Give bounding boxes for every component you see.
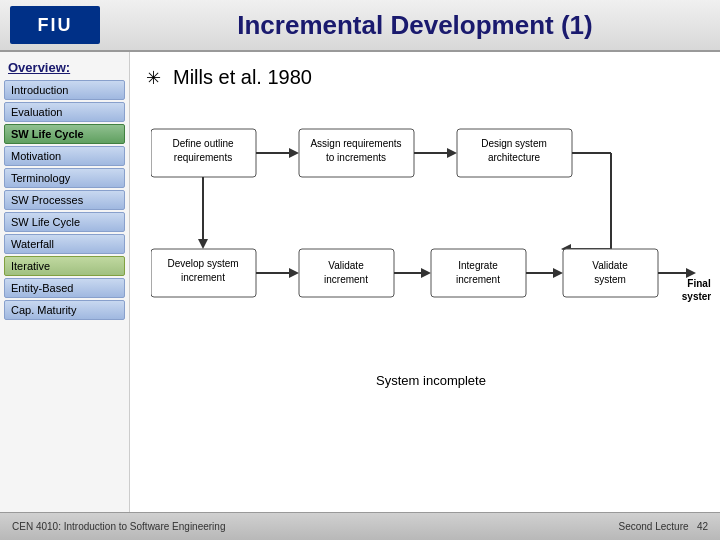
svg-text:increment: increment: [456, 274, 500, 285]
content-area: ✳ Mills et al. 1980 Define outline requi…: [130, 52, 720, 540]
bullet-icon: ✳: [146, 67, 161, 89]
sidebar-item-sw-life-cycle-1[interactable]: SW Life Cycle: [4, 124, 125, 144]
svg-text:requirements: requirements: [174, 152, 232, 163]
sidebar-item-sw-life-cycle-2[interactable]: SW Life Cycle: [4, 212, 125, 232]
svg-text:increment: increment: [324, 274, 368, 285]
svg-text:increment: increment: [181, 272, 225, 283]
arrow-3-head: [289, 268, 299, 278]
sidebar-item-iterative[interactable]: Iterative: [4, 256, 125, 276]
sidebar-item-terminology[interactable]: Terminology: [4, 168, 125, 188]
arrow-1-head: [289, 148, 299, 158]
svg-text:Validate: Validate: [328, 260, 364, 271]
sidebar-item-waterfall[interactable]: Waterfall: [4, 234, 125, 254]
svg-text:Integrate: Integrate: [458, 260, 498, 271]
svg-text:architecture: architecture: [488, 152, 541, 163]
sidebar-item-sw-processes[interactable]: SW Processes: [4, 190, 125, 210]
box-define-outline-text: Define outline: [172, 138, 234, 149]
sidebar-item-cap-maturity[interactable]: Cap. Maturity: [4, 300, 125, 320]
footer-right: Second Lecture 42: [618, 521, 708, 532]
box-validate-sys: [563, 249, 658, 297]
flow-diagram: Define outline requirements Assign requi…: [151, 119, 711, 369]
logo-area: FIU: [10, 6, 100, 44]
arrow-5-head: [553, 268, 563, 278]
connector-up-head: [198, 239, 208, 249]
svg-text:Develop system: Develop system: [167, 258, 238, 269]
arrow-4-head: [421, 268, 431, 278]
sidebar-item-motivation[interactable]: Motivation: [4, 146, 125, 166]
footer: CEN 4010: Introduction to Software Engin…: [0, 512, 720, 540]
system-incomplete: System incomplete: [151, 373, 711, 388]
svg-text:Validate: Validate: [592, 260, 628, 271]
svg-text:system: system: [682, 291, 711, 302]
arrow-final-head: [686, 268, 696, 278]
box-validate-inc: [299, 249, 394, 297]
final-system-label: Final: [687, 278, 711, 289]
overview-label: Overview:: [4, 60, 125, 75]
svg-text:Assign requirements: Assign requirements: [310, 138, 401, 149]
svg-text:Design system: Design system: [481, 138, 547, 149]
svg-text:system: system: [594, 274, 626, 285]
box-integrate: [431, 249, 526, 297]
svg-text:to increments: to increments: [326, 152, 386, 163]
main-layout: Overview: Introduction Evaluation SW Lif…: [0, 52, 720, 540]
sidebar: Overview: Introduction Evaluation SW Lif…: [0, 52, 130, 540]
header: FIU Incremental Development (1): [0, 0, 720, 52]
logo: FIU: [10, 6, 100, 44]
mills-line: ✳ Mills et al. 1980: [146, 66, 711, 89]
sidebar-item-entity-based[interactable]: Entity-Based: [4, 278, 125, 298]
sidebar-item-evaluation[interactable]: Evaluation: [4, 102, 125, 122]
sidebar-item-introduction[interactable]: Introduction: [4, 80, 125, 100]
mills-text: Mills et al. 1980: [173, 66, 312, 89]
footer-course: CEN 4010: Introduction to Software Engin…: [12, 521, 225, 532]
arrow-2-head: [447, 148, 457, 158]
page-title: Incremental Development (1): [120, 10, 710, 41]
